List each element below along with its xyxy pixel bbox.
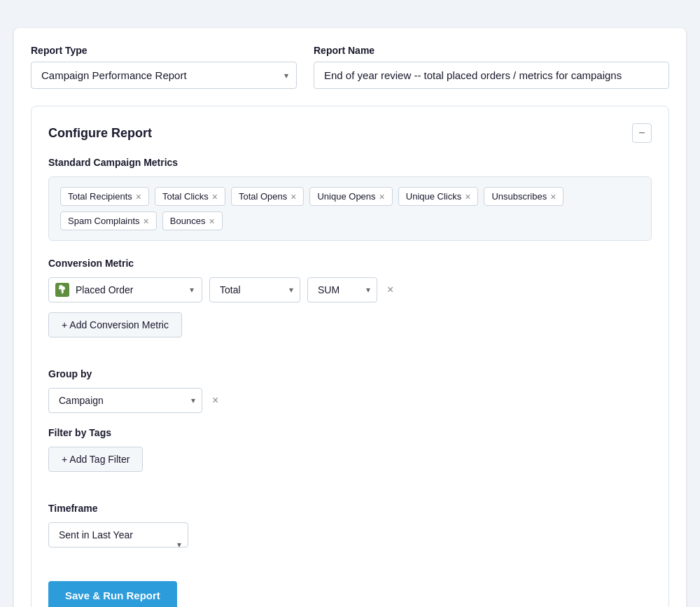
top-section: Report Type Campaign Performance Report … [31,45,669,89]
tag-unsubscribes-label: Unsubscribes [491,191,547,202]
add-tag-filter-label: + Add Tag Filter [62,454,130,465]
timeframe-section: Timeframe Sent in Last Year Sent in Last… [48,503,652,567]
group-by-remove-button[interactable]: × [209,391,221,410]
configure-title: Configure Report [48,126,152,141]
save-run-label: Save & Run Report [65,589,160,601]
tag-unique-clicks[interactable]: Unique Clicks × [398,187,479,206]
page-container: Report Type Campaign Performance Report … [0,14,700,607]
tag-unique-opens[interactable]: Unique Opens × [309,187,392,206]
main-card: Report Type Campaign Performance Report … [14,28,686,607]
timeframe-select[interactable]: Sent in Last Year Sent in Last Month Sen… [48,522,188,547]
add-conversion-label: + Add Conversion Metric [62,319,169,330]
tag-unique-clicks-remove[interactable]: × [465,192,470,202]
report-type-group: Report Type Campaign Performance Report … [31,45,297,89]
conversion-function-wrapper: SUM AVG COUNT ▾ [307,277,377,302]
filter-by-tags-label: Filter by Tags [48,427,652,438]
configure-card: Configure Report − Standard Campaign Met… [31,106,669,607]
tag-total-clicks[interactable]: Total Clicks × [155,187,225,206]
collapse-button[interactable]: − [632,123,652,143]
tag-spam-complaints-remove[interactable]: × [144,216,149,226]
report-name-group: Report Name [314,45,669,89]
add-conversion-button[interactable]: + Add Conversion Metric [48,312,182,337]
add-tag-filter-button[interactable]: + Add Tag Filter [48,447,143,472]
tag-total-recipients-remove[interactable]: × [136,192,141,202]
tag-total-opens-label: Total Opens [239,191,287,202]
conversion-type-select[interactable]: Placed Order [48,277,202,302]
standard-metrics-label: Standard Campaign Metrics [48,157,652,168]
tag-unsubscribes[interactable]: Unsubscribes × [484,187,564,206]
tag-total-clicks-label: Total Clicks [162,191,209,202]
tag-unique-opens-label: Unique Opens [317,191,375,202]
tag-total-opens-remove[interactable]: × [290,192,296,202]
group-by-label: Group by [48,368,652,379]
save-run-report-button[interactable]: Save & Run Report [48,581,177,607]
conversion-aggregate-wrapper: Total Unique ▾ [209,277,300,302]
tag-total-opens[interactable]: Total Opens × [231,187,304,206]
tag-spam-complaints[interactable]: Spam Complaints × [60,211,157,230]
tag-total-recipients[interactable]: Total Recipients × [60,187,149,206]
report-name-input[interactable] [314,62,669,89]
tag-bounces[interactable]: Bounces × [162,211,223,230]
tag-bounces-label: Bounces [170,216,206,226]
group-by-select[interactable]: Campaign Campaign Type List Tag [48,388,202,413]
shopify-icon: $ [55,283,69,297]
tag-unique-opens-remove[interactable]: × [379,192,385,202]
conversion-aggregate-select[interactable]: Total Unique [209,277,300,302]
configure-header: Configure Report − [48,123,652,143]
timeframe-label: Timeframe [48,503,652,514]
conversion-metric-label: Conversion Metric [48,258,652,269]
group-by-select-wrapper: Campaign Campaign Type List Tag ▾ [48,388,202,413]
conversion-metric-section: Conversion Metric $ Placed Order [48,258,652,354]
tag-unsubscribes-remove[interactable]: × [550,192,556,202]
tag-spam-complaints-label: Spam Complaints [68,216,140,226]
svg-text:$: $ [59,288,62,294]
placed-order-select-wrapper: $ Placed Order ▾ [48,277,202,302]
tag-bounces-remove[interactable]: × [209,216,214,226]
collapse-icon: − [638,127,645,139]
group-by-row: Campaign Campaign Type List Tag ▾ × [48,388,652,413]
conversion-remove-button[interactable]: × [384,281,396,299]
group-by-section: Group by Campaign Campaign Type List Tag… [48,368,652,413]
report-type-select-wrapper: Campaign Performance Report ▾ [31,62,297,89]
timeframe-select-wrapper: Sent in Last Year Sent in Last Month Sen… [48,522,188,567]
tag-total-recipients-label: Total Recipients [68,191,132,202]
metrics-tags-area: Total Recipients × Total Clicks × Total … [48,176,652,241]
report-type-label: Report Type [31,45,297,56]
conversion-metric-row: $ Placed Order ▾ Total Unique ▾ [48,277,652,302]
report-type-select[interactable]: Campaign Performance Report [31,62,297,89]
tag-total-clicks-remove[interactable]: × [212,192,218,202]
tag-unique-clicks-label: Unique Clicks [406,191,461,202]
report-name-label: Report Name [314,45,669,56]
standard-metrics-section: Standard Campaign Metrics Total Recipien… [48,157,652,241]
conversion-function-select[interactable]: SUM AVG COUNT [307,277,377,302]
filter-by-tags-section: Filter by Tags + Add Tag Filter [48,427,652,489]
